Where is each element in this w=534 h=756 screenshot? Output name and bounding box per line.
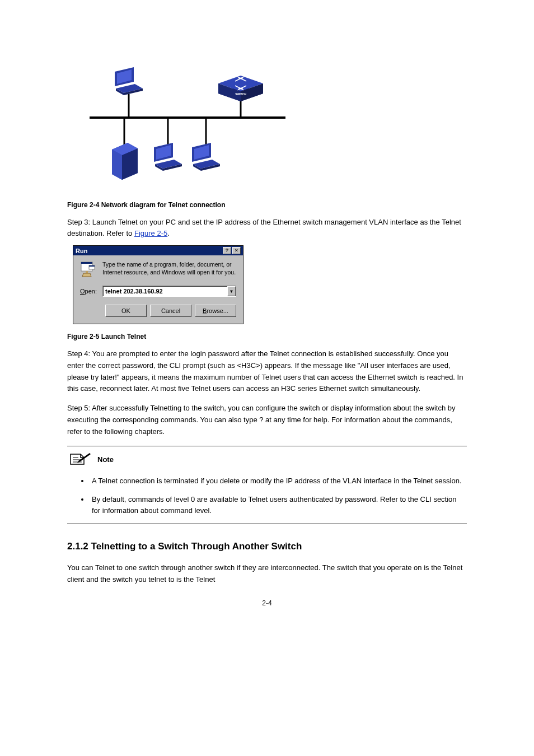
close-icon[interactable]: × [232,247,241,254]
svg-marker-40 [82,273,91,277]
note-bullet-2: By default, commands of level 0 are avai… [90,494,467,516]
section-heading: 2.1.2 Telnetting to a Switch Through Ano… [67,541,467,552]
svg-rect-38 [81,262,92,264]
note-bullet-1: A Telnet connection is terminated if you… [90,475,467,487]
svg-rect-39 [86,271,88,273]
figure-2-5-caption: Figure 2-5 Launch Telnet [67,333,467,340]
run-titlebar: Run ? × [73,246,243,255]
note-header: Note [67,452,467,468]
dropdown-icon[interactable]: ▼ [227,286,236,296]
note-label: Note [97,455,114,464]
network-diagram: SWITCH [84,39,467,187]
para2-text: You can Telnet to one switch through ano… [67,562,467,586]
run-title: Run [76,248,87,254]
open-label: Open: [80,288,97,295]
step3-text: Step 3: Launch Telnet on your PC and set… [67,217,467,239]
cancel-button[interactable]: Cancel [150,305,191,317]
figure-2-4-caption: Figure 2-4 Network diagram for Telnet co… [67,201,467,209]
svg-rect-42 [89,265,95,267]
run-program-icon [80,261,96,279]
run-description: Type the name of a program, folder, docu… [102,261,236,279]
figure-2-5-link[interactable]: Figure 2-5 [134,229,167,237]
page-number: 2-4 [67,599,467,607]
open-input[interactable] [103,286,227,296]
step4-text: Step 4: You are prompted to enter the lo… [67,348,467,395]
browse-button[interactable]: Browse... [195,305,236,317]
help-icon[interactable]: ? [223,247,231,254]
note-bullets: A Telnet connection is terminated if you… [67,475,467,516]
note-icon [67,452,92,468]
step3-prefix: Step 3: Launch Telnet on your PC and set… [67,218,461,237]
switch-label: SWITCH [235,92,246,96]
run-dialog: Run ? × Type the name of a program, fold… [73,245,243,324]
ok-button[interactable]: OK [105,305,147,317]
step3-suffix: . [167,229,170,237]
step5-text: Step 5: After successfully Telnetting to… [67,403,467,437]
note-bottom-divider [67,524,467,524]
note-top-divider [67,446,467,446]
